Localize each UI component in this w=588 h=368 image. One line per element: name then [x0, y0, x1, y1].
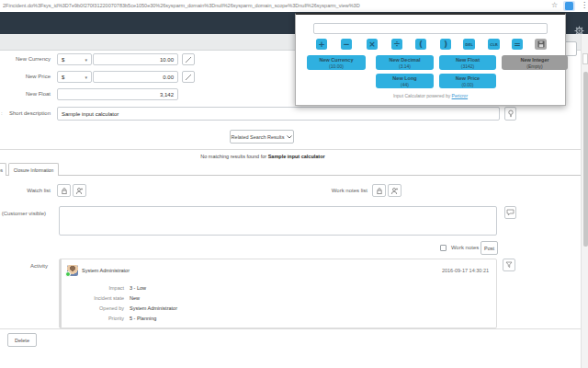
related-search-results-button[interactable]: Related Search Results — [230, 130, 294, 144]
browser-menu-icon[interactable]: ⋮ — [581, 1, 588, 9]
new-float-calc-button[interactable]: New Float (3142) — [439, 55, 496, 70]
watch-list-label: Watch list — [0, 188, 51, 193]
new-currency-label: New Currency — [0, 56, 51, 62]
pericror-link[interactable]: Pericror — [452, 93, 469, 98]
change-field: Impact — [60, 285, 124, 291]
browser-address-bar[interactable]: 2Fincident.do%3Fsys_id%3D7e9b0f270f31220… — [0, 0, 588, 13]
related-search-results-label: Related Search Results — [232, 134, 285, 140]
short-description-input[interactable]: Sample input calculator — [57, 107, 500, 121]
new-decimal-calc-button[interactable]: New Decimal (3.14) — [376, 55, 434, 70]
new-float-label: New Float — [0, 91, 51, 97]
lock-icon — [61, 187, 68, 195]
lightbulb-icon — [507, 109, 514, 118]
tab-closure-information[interactable]: Closure Information — [8, 163, 59, 176]
footer-text: Input Calculator powered by — [393, 93, 452, 98]
chevron-down-icon — [287, 135, 292, 139]
scrollbar-thumb[interactable] — [583, 72, 588, 247]
calc-button-value: (44) — [401, 82, 409, 87]
clear-button[interactable]: CLR — [488, 39, 500, 50]
work-notes-list-label: Work notes list — [276, 188, 368, 193]
change-value: 3 - Low — [130, 285, 146, 291]
change-value: 5 - Planning — [130, 316, 156, 321]
new-price-edit-button[interactable] — [182, 71, 195, 83]
subtract-button[interactable]: − — [341, 39, 352, 50]
currency-symbol: $ — [62, 57, 64, 63]
extension-highlight[interactable] — [563, 1, 575, 11]
new-integer-calc-button[interactable]: New Integer (Empty) — [502, 55, 568, 70]
floppy-disk-icon — [537, 40, 545, 48]
tab-notes[interactable]: Notes — [0, 163, 6, 176]
url-text[interactable]: 2Fincident.do%3Fsys_id%3D7e9b0f270f31220… — [3, 3, 517, 8]
chevron-down-icon: ▾ — [85, 75, 87, 80]
activity-filter-button[interactable] — [503, 259, 515, 271]
change-field: Opened by — [60, 305, 124, 311]
calc-button-label: New Integer — [520, 57, 548, 63]
new-price-currency-select[interactable]: $ ▾ — [57, 71, 92, 83]
open-paren-button[interactable]: ( — [415, 39, 426, 50]
new-price-input[interactable]: 0.00 — [93, 71, 178, 83]
delete-button[interactable]: Delete — [7, 333, 37, 347]
new-currency-input[interactable]: 10.00 — [93, 53, 178, 65]
calc-button-label: New Decimal — [390, 57, 421, 63]
calc-button-value: (Empty) — [526, 63, 543, 69]
multiply-button[interactable]: × — [367, 39, 378, 50]
bookmark-star-icon[interactable]: ☆ — [551, 1, 558, 9]
calc-button-label: New Price — [456, 75, 480, 82]
save-button[interactable] — [535, 39, 547, 50]
change-field: Incident state — [60, 295, 124, 301]
chevron-down-icon: ▾ — [85, 57, 87, 63]
footer-divider — [0, 328, 581, 329]
work-notes-list-add-me-button[interactable] — [388, 184, 401, 197]
watch-list-lock-button[interactable] — [57, 184, 71, 197]
additional-comments-label: Additional comments (Customer visible) — [0, 211, 46, 216]
add-button[interactable]: + — [316, 39, 327, 50]
calc-button-value: (0.00) — [461, 82, 473, 87]
equals-button[interactable]: = — [512, 39, 523, 50]
calc-button-label: New Long — [392, 75, 416, 82]
work-notes-checkbox[interactable] — [440, 245, 447, 251]
close-paren-button[interactable]: ) — [440, 39, 451, 50]
new-long-calc-button[interactable]: New Long (44) — [376, 74, 434, 88]
activity-author: System Administrator — [82, 268, 130, 273]
currency-symbol: $ — [62, 75, 64, 80]
page-scrollbar[interactable] — [581, 34, 588, 368]
work-notes-checkbox-label: Work notes — [451, 245, 479, 250]
new-price-calc-button[interactable]: New Price (0.00) — [439, 74, 496, 88]
calc-button-value: (10.00) — [329, 63, 344, 69]
calculator-expression-input[interactable] — [313, 23, 548, 34]
funnel-icon — [505, 261, 513, 269]
new-price-label: New Price — [0, 74, 51, 79]
lock-icon — [376, 187, 383, 195]
no-results-query: Sample input calculator — [268, 154, 325, 159]
quick-message-button[interactable] — [504, 206, 516, 219]
add-person-icon — [75, 187, 84, 195]
pencil-icon — [185, 56, 192, 63]
change-value: New — [130, 295, 140, 301]
calc-button-label: New Currency — [320, 57, 354, 63]
change-value: System Administrator — [130, 305, 177, 311]
delete-button-calculator[interactable]: DEL — [463, 39, 475, 50]
section-divider — [0, 149, 581, 150]
watch-list-add-me-button[interactable] — [73, 184, 86, 197]
input-calculator-popup: + − × ÷ ( ) DEL CLR = New Currency (10.0… — [295, 13, 566, 106]
calculator-footer: Input Calculator powered by Pericror — [296, 93, 565, 98]
new-float-input[interactable]: 3,142 — [57, 88, 178, 100]
new-currency-currency-select[interactable]: $ ▾ — [57, 53, 92, 65]
work-notes-list-lock-button[interactable] — [372, 184, 386, 197]
search-knowledge-button[interactable] — [504, 107, 516, 121]
divide-button[interactable]: ÷ — [391, 39, 402, 50]
add-person-icon — [390, 187, 399, 195]
activity-label: Activity — [0, 263, 48, 269]
calc-button-label: New Float — [456, 57, 480, 63]
calculator-extension-icon[interactable] — [565, 2, 573, 10]
tab-strip — [0, 163, 581, 176]
speech-bubble-icon — [506, 209, 514, 216]
comments-textarea[interactable] — [59, 206, 497, 236]
pencil-icon — [185, 74, 192, 81]
post-button[interactable]: Post — [481, 241, 498, 255]
presence-dot — [65, 271, 71, 277]
short-description-label: Short description — [0, 110, 51, 116]
new-currency-edit-button[interactable] — [182, 53, 195, 65]
scrollbar-up-button[interactable] — [582, 53, 588, 64]
new-currency-calc-button[interactable]: New Currency (10.00) — [307, 55, 366, 70]
